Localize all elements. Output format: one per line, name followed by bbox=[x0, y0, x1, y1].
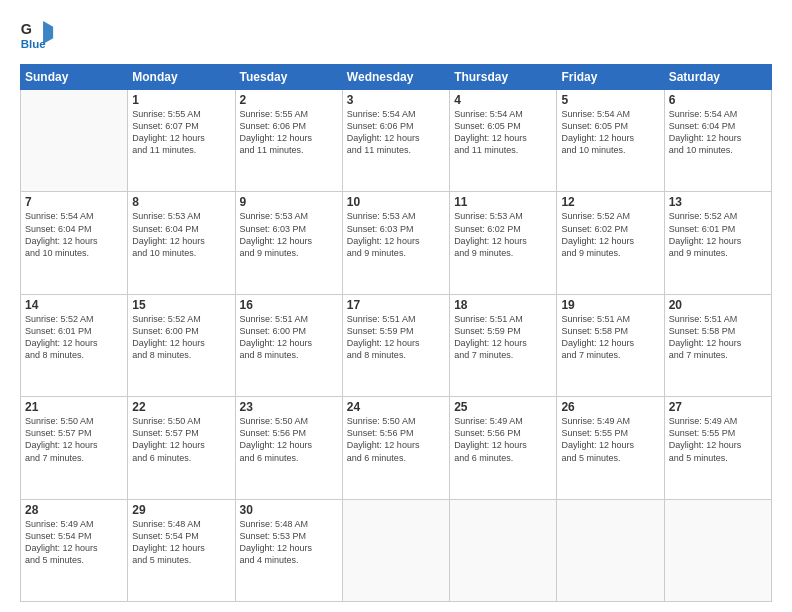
day-info: Sunrise: 5:51 AM Sunset: 5:59 PM Dayligh… bbox=[454, 313, 552, 362]
calendar-cell: 13Sunrise: 5:52 AM Sunset: 6:01 PM Dayli… bbox=[664, 192, 771, 294]
calendar-week-5: 28Sunrise: 5:49 AM Sunset: 5:54 PM Dayli… bbox=[21, 499, 772, 601]
calendar-cell: 8Sunrise: 5:53 AM Sunset: 6:04 PM Daylig… bbox=[128, 192, 235, 294]
calendar-week-3: 14Sunrise: 5:52 AM Sunset: 6:01 PM Dayli… bbox=[21, 294, 772, 396]
day-number: 11 bbox=[454, 195, 552, 209]
day-info: Sunrise: 5:53 AM Sunset: 6:04 PM Dayligh… bbox=[132, 210, 230, 259]
day-info: Sunrise: 5:52 AM Sunset: 6:01 PM Dayligh… bbox=[25, 313, 123, 362]
calendar-cell: 20Sunrise: 5:51 AM Sunset: 5:58 PM Dayli… bbox=[664, 294, 771, 396]
day-info: Sunrise: 5:48 AM Sunset: 5:53 PM Dayligh… bbox=[240, 518, 338, 567]
calendar-cell: 11Sunrise: 5:53 AM Sunset: 6:02 PM Dayli… bbox=[450, 192, 557, 294]
calendar-cell: 23Sunrise: 5:50 AM Sunset: 5:56 PM Dayli… bbox=[235, 397, 342, 499]
calendar-cell: 21Sunrise: 5:50 AM Sunset: 5:57 PM Dayli… bbox=[21, 397, 128, 499]
day-info: Sunrise: 5:52 AM Sunset: 6:01 PM Dayligh… bbox=[669, 210, 767, 259]
col-header-tuesday: Tuesday bbox=[235, 65, 342, 90]
day-number: 7 bbox=[25, 195, 123, 209]
day-info: Sunrise: 5:54 AM Sunset: 6:04 PM Dayligh… bbox=[669, 108, 767, 157]
calendar-cell: 7Sunrise: 5:54 AM Sunset: 6:04 PM Daylig… bbox=[21, 192, 128, 294]
day-info: Sunrise: 5:54 AM Sunset: 6:05 PM Dayligh… bbox=[561, 108, 659, 157]
calendar-cell: 24Sunrise: 5:50 AM Sunset: 5:56 PM Dayli… bbox=[342, 397, 449, 499]
day-number: 28 bbox=[25, 503, 123, 517]
day-info: Sunrise: 5:50 AM Sunset: 5:56 PM Dayligh… bbox=[240, 415, 338, 464]
day-info: Sunrise: 5:51 AM Sunset: 5:58 PM Dayligh… bbox=[669, 313, 767, 362]
calendar-cell: 26Sunrise: 5:49 AM Sunset: 5:55 PM Dayli… bbox=[557, 397, 664, 499]
day-number: 13 bbox=[669, 195, 767, 209]
calendar-week-4: 21Sunrise: 5:50 AM Sunset: 5:57 PM Dayli… bbox=[21, 397, 772, 499]
col-header-thursday: Thursday bbox=[450, 65, 557, 90]
day-info: Sunrise: 5:53 AM Sunset: 6:02 PM Dayligh… bbox=[454, 210, 552, 259]
col-header-monday: Monday bbox=[128, 65, 235, 90]
page-header: G Blue bbox=[20, 18, 772, 54]
calendar-cell: 12Sunrise: 5:52 AM Sunset: 6:02 PM Dayli… bbox=[557, 192, 664, 294]
day-number: 8 bbox=[132, 195, 230, 209]
day-info: Sunrise: 5:53 AM Sunset: 6:03 PM Dayligh… bbox=[240, 210, 338, 259]
calendar-cell: 2Sunrise: 5:55 AM Sunset: 6:06 PM Daylig… bbox=[235, 90, 342, 192]
day-number: 15 bbox=[132, 298, 230, 312]
day-number: 26 bbox=[561, 400, 659, 414]
calendar-cell bbox=[450, 499, 557, 601]
day-number: 27 bbox=[669, 400, 767, 414]
day-number: 5 bbox=[561, 93, 659, 107]
day-number: 16 bbox=[240, 298, 338, 312]
svg-text:Blue: Blue bbox=[21, 38, 47, 50]
day-info: Sunrise: 5:53 AM Sunset: 6:03 PM Dayligh… bbox=[347, 210, 445, 259]
day-info: Sunrise: 5:50 AM Sunset: 5:56 PM Dayligh… bbox=[347, 415, 445, 464]
day-number: 25 bbox=[454, 400, 552, 414]
day-info: Sunrise: 5:49 AM Sunset: 5:55 PM Dayligh… bbox=[669, 415, 767, 464]
day-info: Sunrise: 5:55 AM Sunset: 6:06 PM Dayligh… bbox=[240, 108, 338, 157]
day-info: Sunrise: 5:50 AM Sunset: 5:57 PM Dayligh… bbox=[132, 415, 230, 464]
calendar-cell: 15Sunrise: 5:52 AM Sunset: 6:00 PM Dayli… bbox=[128, 294, 235, 396]
col-header-sunday: Sunday bbox=[21, 65, 128, 90]
calendar-cell: 16Sunrise: 5:51 AM Sunset: 6:00 PM Dayli… bbox=[235, 294, 342, 396]
day-number: 3 bbox=[347, 93, 445, 107]
calendar-cell: 29Sunrise: 5:48 AM Sunset: 5:54 PM Dayli… bbox=[128, 499, 235, 601]
calendar-cell: 3Sunrise: 5:54 AM Sunset: 6:06 PM Daylig… bbox=[342, 90, 449, 192]
day-number: 1 bbox=[132, 93, 230, 107]
calendar-cell: 6Sunrise: 5:54 AM Sunset: 6:04 PM Daylig… bbox=[664, 90, 771, 192]
day-info: Sunrise: 5:51 AM Sunset: 6:00 PM Dayligh… bbox=[240, 313, 338, 362]
calendar-cell: 19Sunrise: 5:51 AM Sunset: 5:58 PM Dayli… bbox=[557, 294, 664, 396]
day-number: 29 bbox=[132, 503, 230, 517]
calendar-cell: 28Sunrise: 5:49 AM Sunset: 5:54 PM Dayli… bbox=[21, 499, 128, 601]
calendar-cell: 30Sunrise: 5:48 AM Sunset: 5:53 PM Dayli… bbox=[235, 499, 342, 601]
day-number: 10 bbox=[347, 195, 445, 209]
day-info: Sunrise: 5:49 AM Sunset: 5:54 PM Dayligh… bbox=[25, 518, 123, 567]
svg-text:G: G bbox=[21, 21, 32, 37]
calendar-cell: 25Sunrise: 5:49 AM Sunset: 5:56 PM Dayli… bbox=[450, 397, 557, 499]
calendar-cell: 18Sunrise: 5:51 AM Sunset: 5:59 PM Dayli… bbox=[450, 294, 557, 396]
col-header-friday: Friday bbox=[557, 65, 664, 90]
day-number: 18 bbox=[454, 298, 552, 312]
day-info: Sunrise: 5:49 AM Sunset: 5:56 PM Dayligh… bbox=[454, 415, 552, 464]
calendar-cell bbox=[342, 499, 449, 601]
calendar-cell: 5Sunrise: 5:54 AM Sunset: 6:05 PM Daylig… bbox=[557, 90, 664, 192]
logo-svg: G Blue bbox=[20, 18, 56, 54]
day-info: Sunrise: 5:54 AM Sunset: 6:06 PM Dayligh… bbox=[347, 108, 445, 157]
day-info: Sunrise: 5:52 AM Sunset: 6:00 PM Dayligh… bbox=[132, 313, 230, 362]
day-info: Sunrise: 5:54 AM Sunset: 6:04 PM Dayligh… bbox=[25, 210, 123, 259]
calendar-cell: 17Sunrise: 5:51 AM Sunset: 5:59 PM Dayli… bbox=[342, 294, 449, 396]
day-number: 14 bbox=[25, 298, 123, 312]
day-info: Sunrise: 5:51 AM Sunset: 5:59 PM Dayligh… bbox=[347, 313, 445, 362]
day-number: 30 bbox=[240, 503, 338, 517]
col-header-wednesday: Wednesday bbox=[342, 65, 449, 90]
calendar-cell bbox=[664, 499, 771, 601]
calendar-cell: 27Sunrise: 5:49 AM Sunset: 5:55 PM Dayli… bbox=[664, 397, 771, 499]
day-number: 23 bbox=[240, 400, 338, 414]
day-info: Sunrise: 5:51 AM Sunset: 5:58 PM Dayligh… bbox=[561, 313, 659, 362]
calendar-cell: 1Sunrise: 5:55 AM Sunset: 6:07 PM Daylig… bbox=[128, 90, 235, 192]
day-number: 12 bbox=[561, 195, 659, 209]
calendar-week-2: 7Sunrise: 5:54 AM Sunset: 6:04 PM Daylig… bbox=[21, 192, 772, 294]
day-number: 17 bbox=[347, 298, 445, 312]
calendar-table: SundayMondayTuesdayWednesdayThursdayFrid… bbox=[20, 64, 772, 602]
calendar-week-1: 1Sunrise: 5:55 AM Sunset: 6:07 PM Daylig… bbox=[21, 90, 772, 192]
calendar-cell bbox=[557, 499, 664, 601]
day-info: Sunrise: 5:50 AM Sunset: 5:57 PM Dayligh… bbox=[25, 415, 123, 464]
day-info: Sunrise: 5:48 AM Sunset: 5:54 PM Dayligh… bbox=[132, 518, 230, 567]
day-info: Sunrise: 5:52 AM Sunset: 6:02 PM Dayligh… bbox=[561, 210, 659, 259]
day-number: 19 bbox=[561, 298, 659, 312]
calendar-cell: 10Sunrise: 5:53 AM Sunset: 6:03 PM Dayli… bbox=[342, 192, 449, 294]
day-number: 21 bbox=[25, 400, 123, 414]
day-info: Sunrise: 5:55 AM Sunset: 6:07 PM Dayligh… bbox=[132, 108, 230, 157]
day-number: 24 bbox=[347, 400, 445, 414]
calendar-cell: 4Sunrise: 5:54 AM Sunset: 6:05 PM Daylig… bbox=[450, 90, 557, 192]
calendar-cell bbox=[21, 90, 128, 192]
